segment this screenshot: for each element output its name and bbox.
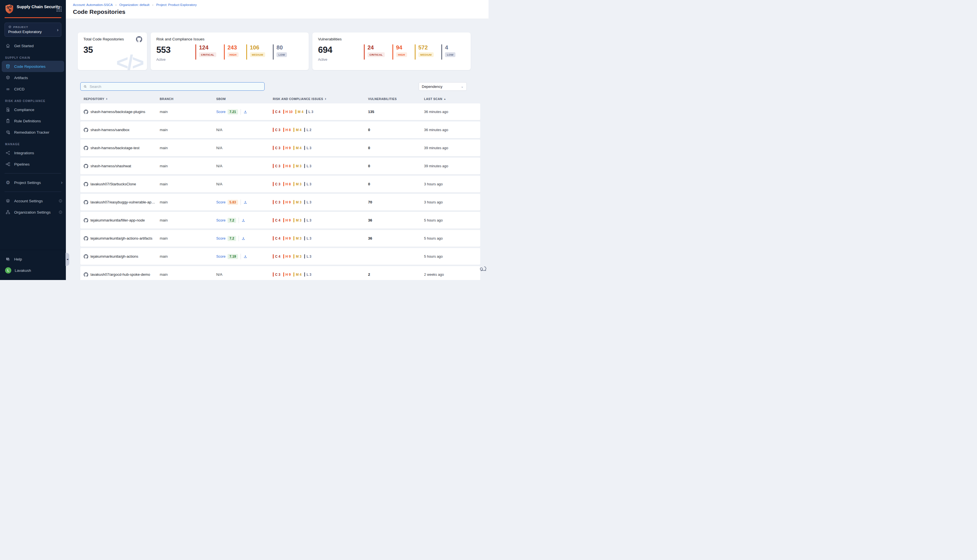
pipelines-icon xyxy=(5,161,11,167)
issue-severity-critical: C 4 xyxy=(273,218,281,222)
search-input[interactable] xyxy=(89,84,262,89)
issue-severity-high: H 9 xyxy=(283,146,291,150)
severity-bar xyxy=(283,272,284,277)
severity-count: 572 xyxy=(418,44,434,50)
severity-low: 80LOW xyxy=(273,44,287,60)
sidebar-item-remediation-tracker[interactable]: Remediation Tracker xyxy=(0,127,66,138)
sidebar-item-project-settings[interactable]: ⚙ Project Settings › xyxy=(0,177,66,188)
main-content: Account: Automation-SSCA › Organization:… xyxy=(66,0,489,280)
column-last-scan[interactable]: LAST SCAN▲ xyxy=(424,97,480,101)
table-row[interactable]: tejakummarikuntla/filler-app-nodemainSco… xyxy=(80,212,480,228)
download-sbom-button[interactable] xyxy=(244,200,247,204)
sidebar-item-code-repositories[interactable]: Code Repositories xyxy=(2,61,64,72)
severity-bar xyxy=(273,272,274,277)
repo-link[interactable]: lavakush07/StarbucksClone xyxy=(90,182,136,186)
table-row[interactable]: lavakush07/easybuggy-vulnerable-app...ma… xyxy=(80,194,480,210)
breadcrumb-organization-link[interactable]: Organization: default xyxy=(119,3,149,7)
download-sbom-button[interactable] xyxy=(241,237,246,240)
search-box xyxy=(80,82,265,91)
column-label: SBOM xyxy=(216,97,226,101)
search-icon xyxy=(84,85,87,88)
sbom-score: Score7.21 xyxy=(216,109,273,115)
repo-cell: tejakummarikuntla/filler-app-node xyxy=(84,218,160,223)
sidebar-item-get-started[interactable]: Get Started xyxy=(0,40,66,52)
user-name: Lavakush xyxy=(15,268,31,273)
dependency-filter-select[interactable]: Dependency ⌄ xyxy=(419,82,467,91)
breadcrumb-project-link[interactable]: Project: Product Exploratory xyxy=(156,3,197,7)
table-row[interactable]: shash-harness/backstage-testmainN/AC 3H … xyxy=(80,140,480,156)
repo-cell: lavakush07/easybuggy-vulnerable-app... xyxy=(84,200,160,205)
severity-count: L 3 xyxy=(309,110,313,114)
repo-link[interactable]: shash-harness/backstage-plugins xyxy=(90,110,145,114)
column-sbom[interactable]: SBOM xyxy=(216,97,273,101)
severity-bar xyxy=(195,44,196,60)
app-logo-shield-icon xyxy=(5,4,14,14)
table-row[interactable]: tejakummarikuntla/gh-actionsmainScore7.1… xyxy=(80,248,480,265)
sidebar-item-ci-cd[interactable]: ∞CI/CD xyxy=(0,83,66,95)
sidebar-item-label: Pipelines xyxy=(14,162,30,167)
download-sbom-button[interactable] xyxy=(244,255,247,258)
github-icon xyxy=(136,36,142,42)
github-icon xyxy=(84,218,88,223)
project-selector[interactable]: PROJECT Product Exploratory › xyxy=(5,23,61,37)
severity-count: C 4 xyxy=(275,218,281,222)
module-grid-icon[interactable] xyxy=(57,7,62,12)
breadcrumb-account-link[interactable]: Account: Automation-SSCA xyxy=(73,3,112,7)
sidebar-item-help[interactable]: Help xyxy=(0,253,66,265)
severity-values: 80LOW xyxy=(277,44,287,60)
table-row[interactable]: shash-harness/sandboxmainN/AC 3H 8M 4L 2… xyxy=(80,122,480,138)
table-row[interactable]: lavakush07/argocd-hub-spoke-demomainN/AC… xyxy=(80,266,480,280)
sidebar-item-pipelines[interactable]: Pipelines xyxy=(0,158,66,170)
github-icon xyxy=(84,236,88,241)
sort-ascending-icon: ▲ xyxy=(444,98,446,100)
repositories-table: REPOSITORY▲▼BRANCHSBOMRISK AND COMPLIANC… xyxy=(80,95,480,280)
repo-link[interactable]: shash-harness/shashwat xyxy=(90,164,131,168)
issues-cell: C 3H 8M 4L 2 xyxy=(273,128,368,132)
sidebar-item-organization-settings[interactable]: Organization Settings xyxy=(0,207,66,218)
score-label: Score xyxy=(216,218,225,222)
table-row[interactable]: shash-harness/shashwatmainN/AC 3H 8M 3L … xyxy=(80,158,480,174)
sidebar-item-compliance[interactable]: Compliance xyxy=(0,104,66,115)
vulnerability-count-cell: 0 xyxy=(368,128,424,132)
sbom-cell: Score5.83 xyxy=(216,200,273,205)
repo-link[interactable]: shash-harness/sandbox xyxy=(90,128,129,132)
table-row[interactable]: tejakummarikuntla/gh-actions-artifactsma… xyxy=(80,230,480,247)
gear-icon: ⚙ xyxy=(5,180,11,185)
branch-cell: main xyxy=(160,146,216,150)
sidebar-item-integrations[interactable]: Integrations xyxy=(0,147,66,158)
column-risk-and-compliance-issues[interactable]: RISK AND COMPLIANCE ISSUES▲▼ xyxy=(273,97,368,101)
support-chat-icon[interactable] xyxy=(479,265,487,273)
issue-severity-high: H 9 xyxy=(283,236,291,240)
app-title: Supply Chain Security xyxy=(17,4,60,9)
column-vulnerabilities[interactable]: VULNERABILITIES xyxy=(368,97,424,101)
download-sbom-button[interactable] xyxy=(241,218,246,222)
sidebar-collapse-handle[interactable]: ◀ xyxy=(65,253,69,266)
table-row[interactable]: lavakush07/StarbucksClonemainN/AC 3H 8M … xyxy=(80,176,480,192)
user-menu[interactable]: L Lavakush xyxy=(0,265,66,276)
severity-bar xyxy=(273,164,274,168)
repo-link[interactable]: tejakummarikuntla/filler-app-node xyxy=(90,218,145,222)
severity-count: L 3 xyxy=(306,273,311,277)
sidebar-item-artifacts[interactable]: Artifacts xyxy=(0,72,66,83)
column-branch[interactable]: BRANCH xyxy=(160,97,216,101)
repo-link[interactable]: tejakummarikuntla/gh-actions-artifacts xyxy=(90,236,152,240)
toolbar: Dependency ⌄ xyxy=(66,82,489,91)
issue-severity-low: L 3 xyxy=(304,200,311,204)
table-header: REPOSITORY▲▼BRANCHSBOMRISK AND COMPLIANC… xyxy=(80,95,480,103)
issues-cell: C 3H 9M 4L 3 xyxy=(273,272,368,277)
repo-link[interactable]: tejakummarikuntla/gh-actions xyxy=(90,254,138,258)
severity-label: LOW xyxy=(445,52,456,57)
repo-link[interactable]: shash-harness/backstage-test xyxy=(90,146,139,150)
severity-count: M 3 xyxy=(296,255,301,258)
repo-link[interactable]: lavakush07/easybuggy-vulnerable-app... xyxy=(90,200,155,204)
sidebar-item-account-settings[interactable]: Account Settings xyxy=(0,195,66,207)
severity-bar xyxy=(273,182,274,186)
vulnerability-count-cell: 2 xyxy=(368,272,424,277)
repo-link[interactable]: lavakush07/argocd-hub-spoke-demo xyxy=(90,272,150,277)
column-repository[interactable]: REPOSITORY▲▼ xyxy=(84,97,160,101)
table-row[interactable]: shash-harness/backstage-pluginsmainScore… xyxy=(80,103,480,120)
issues-cell: C 4H 9M 3L 3 xyxy=(273,254,368,258)
download-sbom-button[interactable] xyxy=(244,110,247,114)
column-label: VULNERABILITIES xyxy=(368,97,397,101)
sidebar-item-rule-definitions[interactable]: Rule Definitions xyxy=(0,115,66,127)
